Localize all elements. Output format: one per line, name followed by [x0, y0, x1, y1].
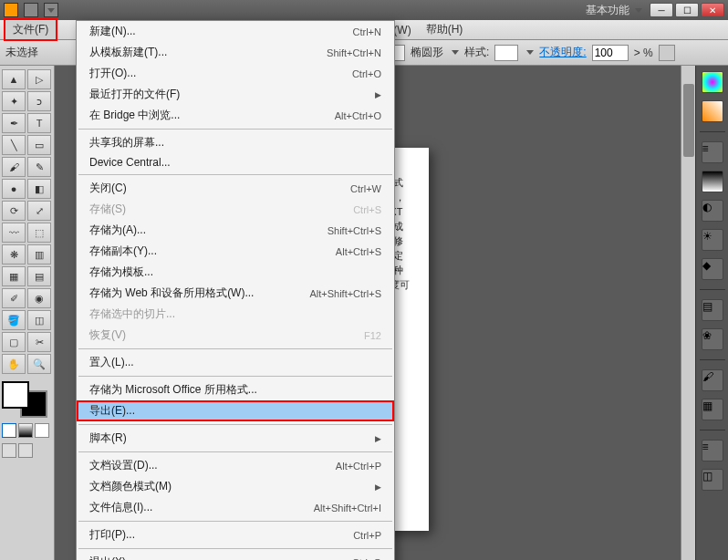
menu-item-label: 退出(X) — [89, 555, 352, 560]
file-menu-item: 恢复(V)F12 — [77, 325, 394, 346]
file-menu-item[interactable]: 关闭(C)Ctrl+W — [77, 178, 394, 199]
rectangle-tool[interactable]: ▭ — [27, 135, 51, 155]
file-menu-dropdown: 新建(N)...Ctrl+N从模板新建(T)...Shift+Ctrl+N打开(… — [76, 20, 395, 560]
file-menu-item[interactable]: 置入(L)... — [77, 352, 394, 373]
warp-tool[interactable]: 〰 — [2, 223, 26, 243]
free-transform-tool[interactable]: ⬚ — [27, 223, 51, 243]
file-menu-item[interactable]: 存储为模板... — [77, 262, 394, 283]
menu-help[interactable]: 帮助(H) — [419, 20, 471, 39]
eyedropper-tool[interactable]: ✐ — [2, 288, 26, 308]
menu-item-shortcut: F12 — [364, 330, 381, 341]
pencil-tool[interactable]: ✎ — [27, 157, 51, 177]
file-menu-item[interactable]: 存储为 Web 和设备所用格式(W)...Alt+Shift+Ctrl+S — [77, 283, 394, 304]
stroke-panel-icon[interactable]: ≡ — [702, 141, 723, 163]
lasso-tool[interactable]: ɔ — [27, 91, 51, 111]
file-menu-item[interactable]: 文档颜色模式(M)▶ — [77, 476, 394, 497]
color-swatch[interactable] — [2, 381, 47, 418]
selection-tool[interactable]: ▲ — [2, 69, 26, 89]
scale-tool[interactable]: ⤢ — [27, 201, 51, 221]
submenu-arrow-icon: ▶ — [375, 90, 381, 99]
file-menu-item[interactable]: 在 Bridge 中浏览...Alt+Ctrl+O — [77, 105, 394, 126]
swatches-panel-icon[interactable]: ▦ — [702, 399, 723, 420]
symbol-sprayer-tool[interactable]: ❋ — [2, 244, 26, 264]
slice-tool[interactable]: ✂ — [27, 332, 51, 352]
color-mode-normal[interactable] — [2, 423, 16, 438]
menu-item-label: 存储为 Microsoft Office 所用格式... — [89, 382, 381, 398]
file-menu-item[interactable]: 脚本(R)▶ — [77, 428, 394, 449]
screen-mode-full[interactable] — [18, 443, 33, 458]
color-mode-row — [2, 423, 52, 438]
color-panel-icon[interactable] — [702, 71, 723, 93]
arrange-icon[interactable] — [44, 3, 58, 17]
line-tool[interactable]: ╲ — [2, 135, 26, 155]
file-menu-item[interactable]: 存储为 Microsoft Office 所用格式... — [77, 379, 394, 400]
menu-item-label: 存储为模板... — [89, 264, 381, 280]
paintbrush-tool[interactable]: 🖌 — [2, 157, 26, 177]
zoom-tool[interactable]: 🔍 — [27, 354, 51, 374]
color-mode-none[interactable] — [35, 423, 49, 438]
scrollbar-thumb[interactable] — [683, 84, 694, 157]
submenu-arrow-icon: ▶ — [375, 482, 381, 492]
file-menu-item[interactable]: 从模板新建(T)...Shift+Ctrl+N — [77, 42, 394, 63]
symbols-panel-icon[interactable]: ❀ — [702, 328, 723, 350]
align-panel-icon[interactable]: ≡ — [702, 440, 723, 461]
opacity-label[interactable]: 不透明度: — [539, 45, 586, 60]
close-button[interactable]: ✕ — [701, 3, 724, 17]
magic-wand-tool[interactable]: ✦ — [2, 91, 26, 111]
opacity-field[interactable] — [592, 45, 629, 61]
mesh-tool[interactable]: ▦ — [2, 266, 26, 286]
type-tool[interactable]: T — [27, 113, 51, 133]
file-menu-item[interactable]: 存储副本(Y)...Alt+Ctrl+S — [77, 241, 394, 262]
style-swatch[interactable] — [494, 45, 518, 61]
blend-tool[interactable]: ◉ — [27, 288, 51, 308]
pathfinder-panel-icon[interactable]: ◫ — [702, 469, 723, 491]
gradient-tool[interactable]: ▤ — [27, 266, 51, 286]
file-menu-item[interactable]: 打开(O)...Ctrl+O — [77, 63, 394, 84]
rotate-tool[interactable]: ⟳ — [2, 201, 26, 221]
file-menu-item[interactable]: 打印(P)...Ctrl+P — [77, 524, 394, 545]
panel-toggle-icon[interactable] — [659, 45, 675, 61]
opacity-unit: > % — [634, 47, 653, 59]
menu-item-label: 在 Bridge 中浏览... — [89, 108, 335, 123]
file-menu-item[interactable]: 退出(X)Ctrl+Q — [77, 552, 394, 560]
menu-item-label: 置入(L)... — [89, 355, 381, 370]
file-menu-item[interactable]: 文件信息(I)...Alt+Shift+Ctrl+I — [77, 497, 394, 518]
eraser-tool[interactable]: ◧ — [27, 179, 51, 199]
screen-mode-normal[interactable] — [2, 443, 16, 458]
layers-panel-icon[interactable]: ▤ — [702, 299, 723, 321]
live-paint-selection-tool[interactable]: ◫ — [27, 310, 51, 330]
vertical-scrollbar[interactable] — [681, 66, 695, 560]
menu-item-label: 导出(E)... — [89, 403, 381, 419]
hand-tool[interactable]: ✋ — [2, 354, 26, 374]
transparency-panel-icon[interactable]: ◐ — [702, 200, 723, 222]
gradient-panel-icon[interactable] — [702, 171, 723, 192]
graphic-styles-panel-icon[interactable]: ◆ — [702, 258, 723, 280]
file-menu-item[interactable]: 共享我的屏幕... — [77, 132, 394, 153]
workspace-switcher[interactable]: 基本功能 — [586, 3, 642, 18]
menu-item-label: 打印(P)... — [89, 527, 353, 543]
file-menu-item[interactable]: 存储为(A)...Shift+Ctrl+S — [77, 220, 394, 241]
file-menu-item[interactable]: 新建(N)...Ctrl+N — [77, 21, 394, 42]
graph-tool[interactable]: ▥ — [27, 244, 51, 264]
minimize-button[interactable]: ─ — [650, 3, 673, 17]
menu-item-shortcut: Ctrl+N — [353, 26, 381, 37]
live-paint-tool[interactable]: 🪣 — [2, 310, 26, 330]
blob-brush-tool[interactable]: ● — [2, 179, 26, 199]
file-menu-item[interactable]: Device Central... — [77, 153, 394, 171]
appearance-panel-icon[interactable]: ☀ — [702, 229, 723, 251]
bridge-icon[interactable] — [24, 3, 38, 17]
menu-file[interactable]: 文件(F) — [4, 18, 57, 41]
pen-tool[interactable]: ✒ — [2, 113, 26, 133]
color-guide-panel-icon[interactable] — [702, 100, 723, 122]
file-menu-item[interactable]: 最近打开的文件(F)▶ — [77, 84, 394, 105]
brushes-panel-icon[interactable]: 🖌 — [702, 369, 723, 391]
menu-item-shortcut: Alt+Ctrl+S — [336, 246, 381, 257]
artboard-tool[interactable]: ▢ — [2, 332, 26, 352]
direct-selection-tool[interactable]: ▷ — [27, 69, 51, 89]
file-menu-item[interactable]: 导出(E)... — [77, 400, 394, 421]
app-icon[interactable] — [4, 3, 18, 17]
file-menu-item[interactable]: 文档设置(D)...Alt+Ctrl+P — [77, 455, 394, 476]
fill-color[interactable] — [2, 381, 29, 409]
color-mode-gradient[interactable] — [18, 423, 33, 438]
maximize-button[interactable]: ☐ — [675, 3, 699, 17]
